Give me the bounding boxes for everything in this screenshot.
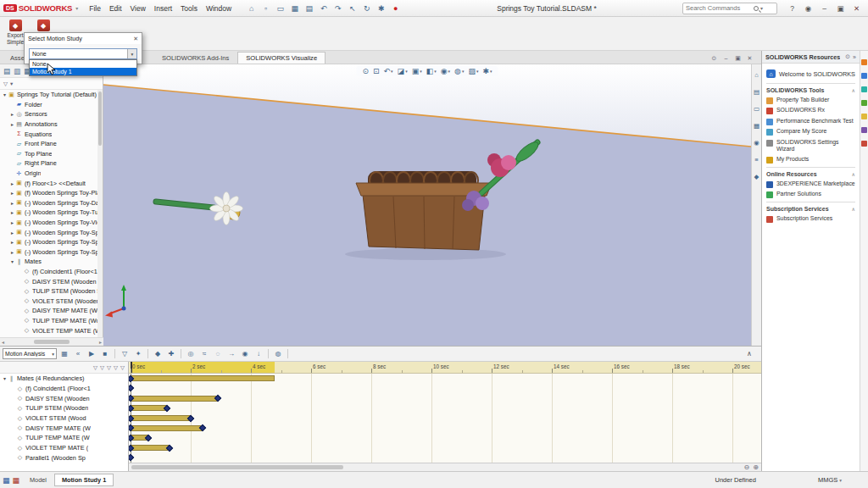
change-bar[interactable] [131,405,167,411]
link-my-products[interactable]: My Products [766,156,855,164]
menu-edit[interactable]: Edit [105,2,126,15]
link-solidworks-settings-wizard[interactable]: SOLIDWORKS Settings Wizard [766,139,855,153]
docbar-tab-model[interactable]: Model [22,474,54,486]
close-icon[interactable]: ✕ [745,55,754,62]
scroll-thumb[interactable] [98,92,102,146]
menu-insert[interactable]: Insert [150,2,176,15]
search-icon[interactable] [754,6,759,11]
add-key-icon[interactable]: ✚ [165,348,177,360]
link-property-tab-builder[interactable]: Property Tab Builder [766,97,855,104]
display-style-icon[interactable]: ◧▾ [426,67,437,75]
design-library-tab-icon[interactable]: ▤ [754,88,760,96]
menu-tools[interactable]: Tools [176,2,202,15]
scroll-right-icon[interactable]: ▸ [99,339,102,345]
motion-study-combobox[interactable]: None ▾ [29,48,137,59]
expand-right-icon[interactable]: ▸ [9,239,15,245]
tree-item-wooden-springs-toy-violet[interactable]: ▸▣(-) Wooden Springs Toy-Violet< [0,218,97,228]
link-partner-solutions[interactable]: Partner Solutions [766,191,855,198]
shortcut-icon[interactable] [861,141,867,147]
link-compare-my-score[interactable]: Compare My Score [766,128,855,136]
tree-vertical-scrollbar[interactable] [97,90,103,337]
stop-icon[interactable]: ■ [99,348,111,360]
menu-file[interactable]: File [85,2,105,15]
expand-down-icon[interactable]: ▾ [2,375,8,381]
filter-driving-icon[interactable]: ▽ [107,364,111,371]
play-from-start-icon[interactable]: « [72,348,84,360]
tree-item-folder[interactable]: ▰Folder [0,100,97,110]
calculate-icon[interactable]: ▦ [58,348,70,360]
file-explorer-tab-icon[interactable]: ▭ [754,105,760,113]
search-input[interactable] [686,4,752,12]
tree-item-f-coincident1-floor-1-l[interactable]: ◇(f) Coincident1 (Floor<1>,L [0,267,97,277]
shortcut-icon[interactable] [861,73,867,79]
options-icon[interactable]: ✱ [374,2,388,14]
tree-item-wooden-springs-toy-tulip[interactable]: ▸▣(-) Wooden Springs Toy-Tulip< [0,208,97,218]
dialog-titlebar[interactable]: Select Motion Study ✕ [25,33,142,44]
record-icon[interactable]: ● [388,2,403,14]
key-point[interactable] [129,385,134,391]
menu-window[interactable]: Window [202,2,236,15]
link-performance-benchmark-test[interactable]: Performance Benchmark Test [766,118,855,125]
timeline-track[interactable] [129,433,761,443]
tree-item-top-plane[interactable]: ▱Top Plane [0,149,97,159]
collapse-icon[interactable]: ∧ [852,87,855,93]
minimize-icon[interactable]: – [721,55,731,62]
chevron-down-icon[interactable]: ▾ [10,80,13,87]
section-view-icon[interactable]: ◪▾ [398,67,408,75]
menu-view[interactable]: View [126,2,150,15]
motion-item-tulip-temp-mate-w[interactable]: ◇TULIP TEMP MATE (W [0,433,128,443]
pane-split-icon[interactable]: ▦ [13,476,20,485]
spring-icon[interactable]: ≈ [198,348,210,360]
scroll-thumb[interactable] [131,465,343,469]
motion-item-daisy-stem-wooden[interactable]: ◇DAISY STEM (Wooden [0,393,128,403]
tree-item-wooden-springs-toy-spring[interactable]: ▸▣(-) Wooden Springs Toy-Spring [0,227,97,237]
featuremanager-tab-icon[interactable]: ▤ [3,67,10,75]
tree-item-daisy-temp-mate-wood[interactable]: ◇DAISY TEMP MATE (Wood [0,306,97,316]
close-button[interactable]: ✕ [849,2,865,15]
forum-tab-icon[interactable]: ◆ [754,173,760,180]
timeline-track[interactable] [129,443,761,453]
change-bar[interactable] [131,415,191,421]
option-motion-study-1[interactable]: Motion Study 1 [30,68,136,75]
custom-properties-tab-icon[interactable]: ≡ [754,156,758,164]
rebuild-icon[interactable]: ↻ [359,2,374,14]
animation-wizard-icon[interactable]: ✦ [132,348,144,360]
filter-all-icon[interactable]: ▽ [93,364,97,371]
print-icon[interactable]: ▤ [302,2,316,14]
restore-button[interactable]: ▣ [832,2,849,15]
link-subscription-services[interactable]: Subscription Services [766,215,855,223]
tree-item-mates[interactable]: ▾∥Mates [0,257,97,267]
restore-icon[interactable]: ▣ [733,55,743,62]
tree-item-violet-stem-wooden-spr[interactable]: ◇VIOLET STEM (Wooden Spr [0,296,97,306]
tree-item-wooden-springs-toy-spring[interactable]: ▸▣(-) Wooden Springs Toy-Spring [0,237,97,247]
expand-right-icon[interactable]: ▸ [9,249,15,255]
chevron-down-icon[interactable]: ▾ [760,5,763,11]
expand-right-icon[interactable]: ▸ [9,190,15,196]
redo-icon[interactable]: ↷ [331,2,345,14]
shortcut-icon[interactable] [861,86,867,92]
close-icon[interactable]: ✕ [133,36,138,42]
link-3dexperience-marketplace[interactable]: 3DEXPERIENCE Marketplace [766,180,855,188]
motion-item-violet-stem-wood[interactable]: ◇VIOLET STEM (Wood [0,413,128,424]
scroll-thumb[interactable] [34,340,70,344]
collapse-icon[interactable]: ∧ [743,348,755,360]
expand-down-icon[interactable]: ▾ [9,258,15,264]
study-type-select[interactable]: Motion Analysis ▾ [3,348,57,359]
home-icon[interactable]: ⌂ [244,2,259,14]
motor-icon[interactable]: ◎ [185,348,197,360]
expand-right-icon[interactable]: ▸ [9,121,15,127]
damper-icon[interactable]: ◌ [212,348,224,360]
motion-item-violet-temp-mate[interactable]: ◇VIOLET TEMP MATE ( [0,443,128,453]
tree-item-f-wooden-springs-toy-plant-p[interactable]: ▸▣(f) Wooden Springs Toy-Plant P [0,188,97,198]
shortcut-icon[interactable] [861,100,867,106]
timeline-horizontal-scrollbar[interactable]: ⊖ ⊕ [129,463,761,471]
chevron-down-icon[interactable]: ▾ [75,5,78,11]
timeline-track[interactable] [129,423,761,433]
filter-icon[interactable]: ▽ [3,80,8,87]
docbar-tab-motion-study-1[interactable]: Motion Study 1 [54,474,114,486]
graphics-area[interactable]: ⊙⊡↶▾◪▾▣▾◧▾◉▾◍▾▨▾✱▾ [103,64,751,346]
save-icon[interactable]: ▦ [287,2,302,14]
tree-item-equations[interactable]: ΣEquations [0,129,97,139]
timeline-track[interactable] [129,384,761,394]
units-selector[interactable]: MMGS ▾ [818,476,842,484]
